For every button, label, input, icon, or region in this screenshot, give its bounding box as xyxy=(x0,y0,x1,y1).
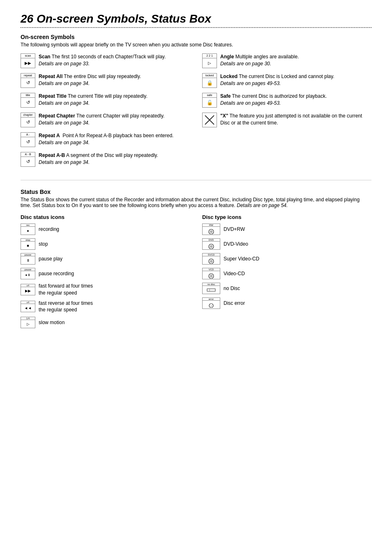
disc-error-label: Disc error xyxy=(224,300,245,307)
pause-rec-label: pause recording xyxy=(39,270,74,277)
slow-label: slow motion xyxy=(39,319,65,326)
dvd-label: DVD-Video xyxy=(224,241,248,248)
status-pause-rec: pause ●⏸ pause recording xyxy=(21,268,190,279)
slow-icon: 1/4 ▷ xyxy=(21,317,35,328)
recording-icon: rec ● xyxy=(21,223,35,235)
disc-type-svcd: SVCD Super Video-CD xyxy=(202,253,371,265)
svg-point-3 xyxy=(210,231,212,233)
symbols-right-col: 2 2 1 ▷ Angle Multiple angles are availa… xyxy=(202,53,371,172)
onscreen-symbols-desc: The following symbols will appear briefl… xyxy=(21,42,371,48)
disc-type-dvdrw: RW DVD+RW xyxy=(202,223,371,235)
repeat-ab-icon: A - B ↺ xyxy=(21,152,35,167)
fr-label: fast reverse at four timesthe regular sp… xyxy=(39,300,93,314)
svg-point-6 xyxy=(210,246,212,247)
repeat-chapter-icon: chapter ↺ xyxy=(21,113,35,127)
dvdrw-icon: RW xyxy=(202,223,220,235)
symbol-x: "X" The feature you just attempted is no… xyxy=(202,113,371,127)
dvdrw-label: DVD+RW xyxy=(224,226,245,233)
symbol-repeat-title: title ↺ Repeat Title The current Title w… xyxy=(21,93,190,108)
status-box-heading: Status Box xyxy=(21,189,371,195)
status-box-desc: The Status Box shows the current status … xyxy=(21,197,371,208)
svg-point-9 xyxy=(210,260,212,262)
svg-point-4 xyxy=(210,230,213,233)
symbol-locked: locked 🔒 Locked The current Disc is Lock… xyxy=(202,73,371,88)
status-ff: x4 ▶▶ fast forward at four timesthe regu… xyxy=(21,283,190,297)
symbols-grid: scan ▶▶ Scan The first 10 seconds of eac… xyxy=(21,53,371,172)
symbol-angle: 2 2 1 ▷ Angle Multiple angles are availa… xyxy=(202,53,371,68)
status-recording: rec ● recording xyxy=(21,223,190,235)
stop-label: stop xyxy=(39,241,48,248)
disc-status-col-title: Disc status icons xyxy=(21,214,190,220)
symbol-repeat-all: repeat ↺ Repeat All The entire Disc will… xyxy=(21,73,190,88)
stop-icon: stop ■ xyxy=(21,238,35,250)
disc-type-error: error ! Disc error xyxy=(202,297,371,309)
repeat-title-icon: title ↺ xyxy=(21,93,35,108)
nodisc-label: no Disc xyxy=(224,285,240,292)
svg-point-7 xyxy=(210,245,213,248)
locked-icon: locked 🔒 xyxy=(202,73,217,88)
svg-point-12 xyxy=(210,275,212,277)
disc-type-nodisc: no disc no Disc xyxy=(202,283,371,294)
repeat-a-icon: A - ↺ xyxy=(21,132,35,147)
disc-error-icon: error ! xyxy=(202,297,220,309)
nodisc-icon: no disc xyxy=(202,283,220,294)
svcd-label: Super Video-CD xyxy=(224,256,259,263)
status-fr: x4 ◄◄ fast reverse at four timesthe regu… xyxy=(21,300,190,314)
svg-point-13 xyxy=(210,274,213,278)
vcd-icon: VCD xyxy=(202,268,220,279)
section-divider xyxy=(21,27,371,28)
dvd-icon: DVD xyxy=(202,238,220,250)
pause-rec-icon: pause ●⏸ xyxy=(21,268,35,279)
svg-rect-14 xyxy=(207,289,215,291)
vcd-label: Video-CD xyxy=(224,270,245,277)
symbol-scan: scan ▶▶ Scan The first 10 seconds of eac… xyxy=(21,53,190,68)
status-stop: stop ■ stop xyxy=(21,238,190,250)
disc-type-col-title: Disc type icons xyxy=(202,214,371,220)
ff-icon: x4 ▶▶ xyxy=(21,284,35,295)
symbol-repeat-chapter: chapter ↺ Repeat Chapter The current Cha… xyxy=(21,113,190,127)
page-title: 26 On-screen Symbols, Status Box xyxy=(21,12,371,25)
svcd-icon: SVCD xyxy=(202,253,220,265)
disc-type-dvd: DVD DVD-Video xyxy=(202,238,371,250)
status-box-section: Status Box The Status Box shows the curr… xyxy=(21,189,371,332)
symbols-left-col: scan ▶▶ Scan The first 10 seconds of eac… xyxy=(21,53,190,172)
safe-icon: safe 🔓 xyxy=(202,93,217,108)
status-slow: 1/4 ▷ slow motion xyxy=(21,317,190,328)
symbol-repeat-a: A - ↺ Repeat A Point A for Repeat A-B pl… xyxy=(21,132,190,147)
fr-icon: x4 ◄◄ xyxy=(21,301,35,312)
svg-text:!: ! xyxy=(211,305,212,308)
svg-point-10 xyxy=(210,260,213,263)
ff-label: fast forward at four timesthe regular sp… xyxy=(39,283,93,297)
symbol-repeat-ab: A - B ↺ Repeat A-B A segment of the Disc… xyxy=(21,152,190,167)
status-pause-play: pause ⏸ pause play xyxy=(21,253,190,265)
recording-label: recording xyxy=(39,226,59,233)
angle-icon: 2 2 1 ▷ xyxy=(202,53,217,68)
disc-type-vcd: VCD Video-CD xyxy=(202,268,371,279)
disc-type-col: Disc type icons RW DVD+RW xyxy=(202,214,371,332)
symbol-safe: safe 🔓 Safe The current Disc is authoriz… xyxy=(202,93,371,108)
pause-play-label: pause play xyxy=(39,256,62,263)
repeat-all-icon: repeat ↺ xyxy=(21,73,35,88)
onscreen-symbols-heading: On-screen Symbols xyxy=(21,34,371,40)
mid-divider xyxy=(21,180,371,180)
scan-icon: scan ▶▶ xyxy=(21,53,35,68)
x-icon xyxy=(202,113,217,127)
pause-play-icon: pause ⏸ xyxy=(21,253,35,265)
status-grid: Disc status icons rec ● recording stop ■… xyxy=(21,214,371,332)
disc-status-col: Disc status icons rec ● recording stop ■… xyxy=(21,214,190,332)
